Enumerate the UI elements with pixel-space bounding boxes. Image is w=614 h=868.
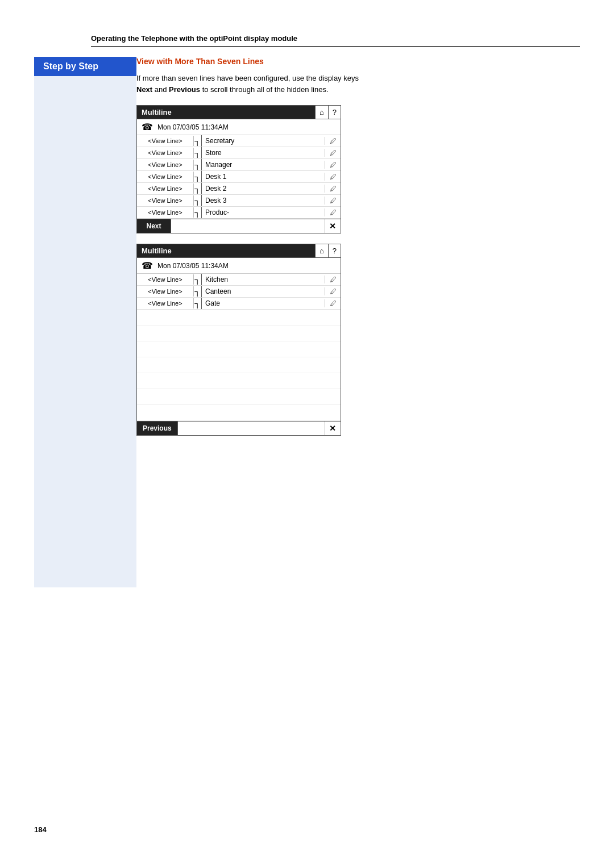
page-number: 184 — [34, 825, 47, 834]
phone-display-2: Multiline ⌂ ? ☎ Mon 07/03/05 11:34AM <Vi… — [136, 244, 341, 436]
empty-row-7 — [137, 405, 341, 421]
phone-date-2: Mon 07/03/05 11:34AM — [157, 262, 229, 270]
view-line-label: <View Line> — [137, 274, 194, 285]
phone-line-row-2-0: <View Line> ┐ Kitchen 🖊 — [137, 274, 341, 286]
home-icon-2: ⌂ — [315, 244, 328, 257]
next-button[interactable]: Next — [137, 219, 171, 233]
line-sep: ┐ — [194, 274, 202, 285]
header-area: Operating the Telephone with the optiPoi… — [0, 34, 614, 47]
line-sep: ┐ — [194, 286, 202, 297]
view-line-label: <View Line> — [137, 172, 194, 182]
phone-header-icons-1: ⌂ ? — [315, 106, 341, 119]
line-sep: ┐ — [194, 183, 202, 194]
view-line-label: <View Line> — [137, 207, 194, 218]
phone-header-icons-2: ⌂ ? — [315, 244, 341, 257]
footer-spacer-1 — [171, 219, 325, 233]
previous-button[interactable]: Previous — [137, 422, 178, 435]
footer-spacer-2 — [178, 422, 325, 435]
line-name-1-2: Manager — [202, 159, 325, 170]
left-sidebar: Step by Step — [34, 57, 136, 587]
intro-text: If more than seven lines have been confi… — [136, 73, 364, 95]
line-icon-1-3: 🖊 — [325, 173, 341, 181]
line-name-2-2: Gate — [202, 298, 325, 309]
home-icon-1: ⌂ — [315, 106, 328, 119]
phone-date-1: Mon 07/03/05 11:34AM — [157, 123, 229, 131]
view-line-label: <View Line> — [137, 148, 194, 158]
line-sep: ┐ — [194, 298, 202, 309]
section-title: View with More Than Seven Lines — [136, 57, 580, 66]
view-line-label: <View Line> — [137, 195, 194, 206]
phone-line-row-1-0: <View Line> ┐ Secretary 🖊 — [137, 135, 341, 147]
line-icon-1-0: 🖊 — [325, 137, 341, 145]
phone-date-row-1: ☎ Mon 07/03/05 11:34AM — [137, 119, 341, 135]
line-sep: ┐ — [194, 135, 202, 147]
help-icon-1: ? — [328, 106, 341, 119]
line-name-1-6: Produc- — [202, 207, 325, 218]
main-content: View with More Than Seven Lines If more … — [136, 57, 580, 587]
view-line-label: <View Line> — [137, 286, 194, 297]
phone-header-2: Multiline ⌂ ? — [137, 244, 341, 258]
line-name-1-5: Desk 3 — [202, 195, 325, 206]
line-icon-1-2: 🖊 — [325, 161, 341, 169]
line-icon-1-5: 🖊 — [325, 197, 341, 205]
phone-line-row-2-2: <View Line> ┐ Gate 🖊 — [137, 298, 341, 310]
phone-title-1: Multiline — [137, 106, 315, 119]
view-line-label: <View Line> — [137, 136, 194, 146]
view-line-label: <View Line> — [137, 298, 194, 308]
line-icon-2-1: 🖊 — [325, 287, 341, 295]
phone-line-row-1-6: <View Line> ┐ Produc- 🖊 — [137, 207, 341, 219]
empty-row-5 — [137, 373, 341, 389]
line-sep: ┐ — [194, 195, 202, 206]
close-button-1[interactable]: ✕ — [325, 219, 341, 233]
phone-header-1: Multiline ⌂ ? — [137, 106, 341, 119]
line-name-1-4: Desk 2 — [202, 183, 325, 194]
phone-line-row-1-5: <View Line> ┐ Desk 3 🖊 — [137, 195, 341, 207]
line-sep: ┐ — [194, 159, 202, 170]
phone-line-row-2-1: <View Line> ┐ Canteen 🖊 — [137, 286, 341, 298]
line-icon-2-0: 🖊 — [325, 276, 341, 283]
phone-footer-2: Previous ✕ — [137, 421, 341, 435]
empty-row-6 — [137, 389, 341, 405]
line-name-1-1: Store — [202, 147, 325, 158]
line-sep: ┐ — [194, 171, 202, 182]
close-button-2[interactable]: ✕ — [325, 422, 341, 435]
handset-icon-1: ☎ — [142, 122, 153, 132]
line-name-1-0: Secretary — [202, 135, 325, 147]
line-name-2-0: Kitchen — [202, 274, 325, 285]
phone-title-2: Multiline — [137, 244, 315, 257]
line-icon-2-2: 🖊 — [325, 299, 341, 307]
empty-row-4 — [137, 357, 341, 373]
empty-row-3 — [137, 341, 341, 357]
line-icon-1-6: 🖊 — [325, 208, 341, 216]
phone-line-row-1-1: <View Line> ┐ Store 🖊 — [137, 147, 341, 159]
line-icon-1-1: 🖊 — [325, 149, 341, 157]
phone-display-1: Multiline ⌂ ? ☎ Mon 07/03/05 11:34AM <Vi… — [136, 105, 341, 233]
phone-line-row-1-3: <View Line> ┐ Desk 1 🖊 — [137, 171, 341, 183]
phone-date-row-2: ☎ Mon 07/03/05 11:34AM — [137, 258, 341, 274]
line-icon-1-4: 🖊 — [325, 185, 341, 193]
empty-row-1 — [137, 310, 341, 326]
view-line-label: <View Line> — [137, 183, 194, 194]
line-name-2-1: Canteen — [202, 286, 325, 297]
phone-line-row-1-2: <View Line> ┐ Manager 🖊 — [137, 159, 341, 171]
empty-row-2 — [137, 326, 341, 341]
line-name-1-3: Desk 1 — [202, 171, 325, 182]
view-line-label: <View Line> — [137, 160, 194, 170]
phone-line-row-1-4: <View Line> ┐ Desk 2 🖊 — [137, 183, 341, 195]
help-icon-2: ? — [328, 244, 341, 257]
step-by-step-label: Step by Step — [34, 57, 136, 76]
handset-icon-2: ☎ — [142, 260, 153, 271]
content-area: Step by Step View with More Than Seven L… — [0, 57, 614, 587]
line-sep: ┐ — [194, 147, 202, 158]
header-rule — [91, 46, 580, 47]
phone-footer-1: Next ✕ — [137, 219, 341, 233]
line-sep: ┐ — [194, 207, 202, 218]
sidebar-bg — [34, 76, 136, 587]
header-title: Operating the Telephone with the optiPoi… — [91, 34, 580, 43]
